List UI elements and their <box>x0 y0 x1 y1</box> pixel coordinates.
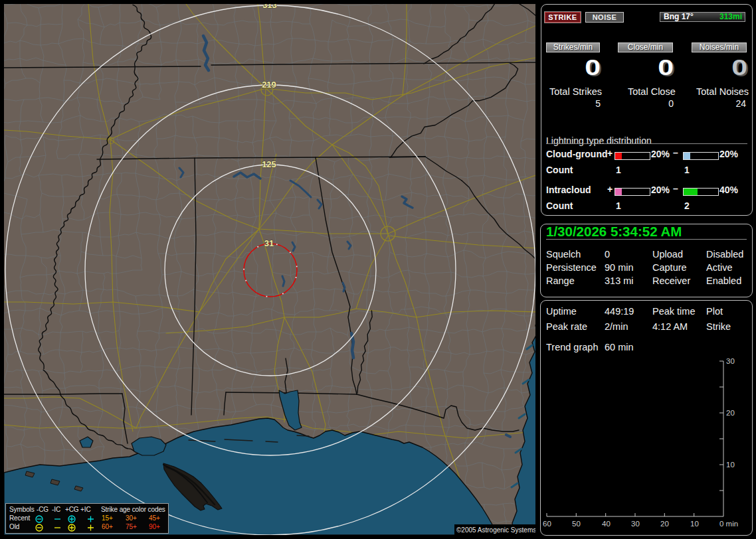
svg-text:10: 10 <box>690 520 699 528</box>
svg-text:60: 60 <box>543 520 551 528</box>
svg-text:40: 40 <box>602 520 611 528</box>
svg-text:20: 20 <box>726 409 735 417</box>
svg-text:10: 10 <box>726 461 735 469</box>
svg-text:©2005 Astrogenic Systems: ©2005 Astrogenic Systems <box>456 526 535 534</box>
svg-text:0 min: 0 min <box>719 520 738 528</box>
svg-text:31: 31 <box>264 238 274 248</box>
svg-text:30: 30 <box>631 520 640 528</box>
svg-text:219: 219 <box>262 80 276 90</box>
svg-text:313: 313 <box>262 4 277 10</box>
svg-text:30: 30 <box>726 357 735 365</box>
svg-text:50: 50 <box>572 520 581 528</box>
svg-text:125: 125 <box>262 159 276 169</box>
svg-text:20: 20 <box>660 520 669 528</box>
